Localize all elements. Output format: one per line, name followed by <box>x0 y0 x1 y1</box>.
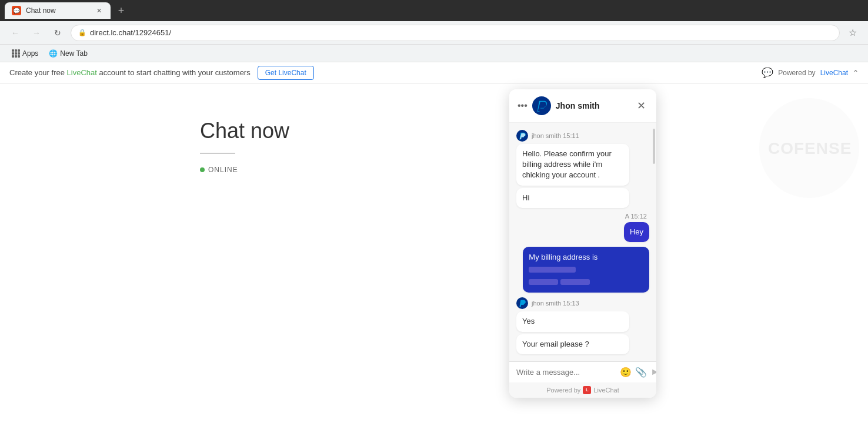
lock-icon: 🔒 <box>78 29 86 36</box>
emoji-icon[interactable]: 🙂 <box>620 367 632 378</box>
address-bar[interactable]: 🔒 direct.lc.chat/12924651/ <box>71 25 840 41</box>
agent-name: Jhon smith <box>556 101 629 110</box>
chat-widget-footer: Powered by L LiveChat <box>509 382 656 398</box>
bookmark-star-button[interactable]: ☆ <box>844 25 861 41</box>
footer-powered-text: Powered by <box>546 387 580 394</box>
message-group-3: My billing address is <box>516 247 649 293</box>
tab-close-button[interactable]: ✕ <box>94 6 104 15</box>
agent-avatar-sm <box>516 130 528 142</box>
scrollbar-track[interactable] <box>653 123 655 361</box>
msg-bubble-email: Your email please ? <box>516 334 629 354</box>
apps-label: Apps <box>22 49 38 58</box>
chat-messages: jhon smith 15:11 Hello. Please confirm y… <box>509 123 656 361</box>
reload-button[interactable]: ↻ <box>49 25 66 41</box>
online-dot <box>200 167 205 172</box>
msg-sender-4: jhon smith 15:13 <box>532 300 579 307</box>
send-button[interactable]: ► <box>650 367 656 377</box>
tab-title: Chat now <box>26 6 56 15</box>
tab-favicon: 💬 <box>12 6 21 15</box>
notification-bar: Create your free LiveChat account to sta… <box>0 62 868 83</box>
chat-widget: ••• Jhon smith ✕ jhon <box>509 89 656 398</box>
page-divider <box>200 153 235 154</box>
page-content: COFENSE Chat now ONLINE ••• Jhon smith ✕ <box>0 83 868 423</box>
chat-bubble-icon: 💬 <box>762 67 773 78</box>
forward-button[interactable]: → <box>28 25 45 41</box>
new-tab-bookmark[interactable]: 🌐 New Tab <box>44 46 92 61</box>
msg-bubble-1: Hello. Please confirm your billing addre… <box>516 144 629 186</box>
scrollbar-thumb <box>653 129 655 164</box>
agent-avatar <box>532 96 551 115</box>
redacted-address-3 <box>560 279 590 285</box>
msg-sender-1: jhon smith 15:11 <box>532 132 579 139</box>
agent-avatar-sm-2 <box>516 297 528 309</box>
online-status: ONLINE <box>200 166 238 174</box>
chat-input-icons: 🙂 📎 ► <box>620 367 656 378</box>
chat-messages-container: jhon smith 15:11 Hello. Please confirm y… <box>509 123 656 361</box>
chat-input-area: 🙂 📎 ► <box>509 361 656 382</box>
attach-icon[interactable]: 📎 <box>635 367 647 378</box>
msg-meta-4: jhon smith 15:13 <box>516 297 649 309</box>
msg-bubble-yes: Yes <box>516 311 629 331</box>
powered-by-text: Powered by <box>778 69 815 77</box>
footer-brand-text: LiveChat <box>593 387 619 394</box>
message-group-1: jhon smith 15:11 Hello. Please confirm y… <box>516 130 649 208</box>
apps-bookmark[interactable]: Apps <box>7 46 43 61</box>
msg-bubble-hey: Hey <box>624 222 649 242</box>
message-group-4: jhon smith 15:13 Yes Your email please ? <box>516 297 649 354</box>
browser-titlebar: 💬 Chat now ✕ + <box>0 0 868 21</box>
msg-bubble-hi: Hi <box>516 188 629 208</box>
new-tab-label: New Tab <box>60 49 87 58</box>
apps-grid-icon <box>12 49 20 58</box>
browser-toolbar: ← → ↻ 🔒 direct.lc.chat/12924651/ ☆ <box>0 21 868 45</box>
notification-message: Create your free LiveChat account to sta… <box>9 68 251 77</box>
online-label: ONLINE <box>208 166 238 174</box>
page-title: Chat now <box>200 119 289 143</box>
notification-dismiss-button[interactable]: ⌃ <box>853 69 859 77</box>
new-tab-button[interactable]: + <box>113 2 129 19</box>
chat-message-input[interactable] <box>516 368 615 377</box>
livechat-link[interactable]: LiveChat <box>67 68 97 77</box>
notification-right: 💬 Powered by LiveChat ⌃ <box>762 67 859 78</box>
livechat-powered-link[interactable]: LiveChat <box>820 69 848 77</box>
message-group-2: A 15:12 Hey <box>516 213 649 242</box>
livechat-footer-logo: L <box>583 386 591 394</box>
chat-header: ••• Jhon smith ✕ <box>509 89 656 123</box>
svg-text:COFENSE: COFENSE <box>768 139 852 157</box>
address-text: direct.lc.chat/12924651/ <box>90 28 171 37</box>
msg-meta-1: jhon smith 15:11 <box>516 130 649 142</box>
get-livechat-button[interactable]: Get LiveChat <box>258 66 314 80</box>
bookmarks-bar: Apps 🌐 New Tab <box>0 45 868 62</box>
redacted-address-2 <box>529 279 558 285</box>
chat-close-button[interactable]: ✕ <box>634 99 648 113</box>
back-button[interactable]: ← <box>7 25 24 41</box>
chat-menu-button[interactable]: ••• <box>518 100 528 111</box>
cofense-watermark: COFENSE <box>721 95 868 201</box>
browser-tab[interactable]: 💬 Chat now ✕ <box>5 2 111 19</box>
timestamp-2: A 15:12 <box>516 213 649 220</box>
msg-bubble-billing: My billing address is <box>523 247 649 293</box>
redacted-address-1 <box>529 267 576 273</box>
